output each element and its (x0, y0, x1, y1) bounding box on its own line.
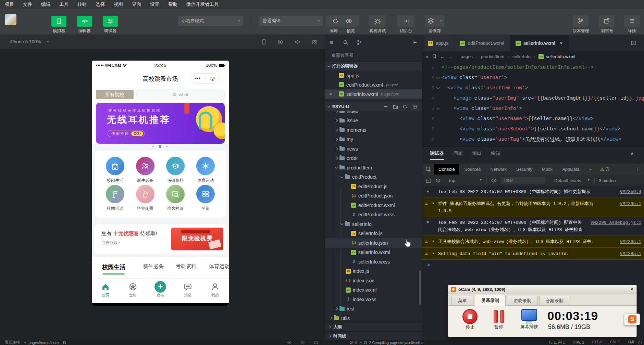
expand-icon[interactable] (433, 252, 434, 255)
outline-list-icon[interactable]: ≡ (330, 40, 333, 46)
status-item-1[interactable]: 空格: 2 (572, 340, 584, 345)
tree-item-sellerInfo.wxml[interactable]: <>sellerInfo.wxml (325, 248, 422, 257)
expand-icon[interactable] (433, 240, 434, 243)
back-icon[interactable]: ← (440, 54, 445, 59)
status-item-4[interactable]: XML (627, 340, 635, 345)
more-icon[interactable]: ⋮ (631, 164, 644, 175)
section-1[interactable]: 时间线 (325, 331, 422, 340)
capsule-menu-icon[interactable]: ••• (191, 74, 205, 83)
code-line[interactable]: 7 <view class='userSchool'>{{seller.scho… (422, 124, 644, 134)
tree-item-index.wxss[interactable]: 3index.wxss (325, 295, 422, 304)
open-editors-header[interactable]: 打开的编辑器 (325, 62, 422, 71)
copy-icon[interactable] (62, 341, 66, 344)
tree-item-index.js[interactable]: JSindex.js (325, 267, 422, 276)
status-item-3[interactable]: CRLF (610, 340, 620, 345)
record-icon[interactable] (277, 39, 283, 45)
category-新生必备[interactable]: 新生必备 (132, 157, 158, 183)
tree-item-sellerInfo.wxss[interactable]: 3sellerInfo.wxss (325, 257, 422, 267)
device-frame-icon[interactable] (261, 39, 267, 45)
panel-tab-终端[interactable]: 终端 (491, 150, 500, 159)
ocam-tab-音频录制[interactable]: 音频录制 (539, 296, 570, 305)
simulator-toggle-button[interactable] (51, 16, 66, 27)
live-expression-icon[interactable] (491, 178, 497, 183)
menu-item-4[interactable]: 转到 (77, 1, 87, 8)
context-select[interactable]: top▼ (449, 178, 482, 183)
mode-select[interactable]: 小程序模式▾ (178, 16, 243, 26)
breadcrumb-item[interactable]: sellerInfo (512, 54, 531, 59)
open-editor-row[interactable]: ×<>sellerInfo.wxmlpages\pro... (325, 89, 422, 99)
tree-item-productItem[interactable]: productItem (325, 163, 422, 172)
school-filter-button[interactable]: 所有院校 (96, 90, 134, 99)
window-icon[interactable] (314, 340, 318, 345)
expand-icon[interactable] (433, 202, 434, 205)
editor-toggle-button[interactable]: </> (77, 16, 92, 27)
tree-item-editProduct[interactable]: editProduct (325, 172, 422, 182)
detail-button[interactable] (624, 15, 640, 27)
menu-item-2[interactable]: 编辑 (41, 1, 50, 8)
ocam-minimize-button[interactable]: _ (622, 286, 625, 292)
new-file-icon[interactable] (383, 104, 388, 109)
tree-item-moments[interactable]: moments (325, 125, 422, 135)
filter-input[interactable]: Filter (501, 177, 545, 184)
inspect-icon[interactable] (426, 167, 431, 172)
search-icon[interactable] (343, 40, 348, 45)
editor-tab-editProduct.wxml[interactable]: <>editProduct.wxml (454, 35, 510, 51)
devtools-tab-Security[interactable]: Security (512, 164, 537, 175)
open-editor-row[interactable]: JSapp.js (325, 71, 422, 80)
forward-icon[interactable]: → (448, 54, 453, 59)
panel-tab-输出[interactable]: 输出 (472, 150, 482, 159)
breadcrumb-item[interactable]: pages (461, 54, 473, 59)
source-link[interactable]: VM2359:4 (620, 188, 641, 195)
tabbar-消息[interactable]: 消息 (177, 282, 199, 298)
capsule-close-icon[interactable]: ◎ (206, 74, 220, 83)
new-folder-icon[interactable] (393, 104, 398, 109)
content-tab-新生必备[interactable]: 新生必备 (143, 263, 164, 270)
collapse-icon[interactable] (426, 191, 429, 194)
menu-item-5[interactable]: 选择 (96, 1, 105, 8)
source-link[interactable]: VM2295:1 (620, 250, 641, 257)
screenshot-icon[interactable] (312, 39, 318, 45)
category-校园生活[interactable]: 校园生活 (102, 157, 128, 183)
mute-icon[interactable] (295, 39, 300, 45)
tree-item-test[interactable]: test (325, 304, 422, 314)
overflow-tabs-icon[interactable]: » (585, 164, 596, 175)
debugger-toggle-button[interactable] (103, 16, 118, 27)
ocam-title-bar[interactable]: oCam (4, 9, 1883, 1009) (448, 285, 636, 294)
fold-chevron-icon[interactable] (436, 106, 439, 110)
compile-button[interactable] (332, 18, 339, 24)
status-item-2[interactable]: UTF-8 (592, 340, 602, 345)
tree-item-editProduct.wxss[interactable]: 3editProduct.wxss (325, 210, 422, 220)
panel-tab-调试器[interactable]: 调试器 (430, 150, 444, 160)
console-prompt[interactable]: > (422, 260, 644, 268)
explorer-scrollbar[interactable] (419, 270, 421, 305)
devtools-tab-AppData[interactable]: AppData (558, 164, 584, 175)
category-体育运动[interactable]: 体育运动 (193, 157, 219, 183)
device-select[interactable]: iPhone 5 100%▾ (10, 39, 49, 44)
content-tab-考研资料[interactable]: 考研资料 (176, 263, 196, 270)
stop-button[interactable]: 停止 (460, 309, 480, 330)
category-毕业闲置[interactable]: 毕业闲置 (132, 185, 158, 212)
tree-item-sellerInfo[interactable]: sellerInfo (325, 219, 422, 229)
tree-item-my[interactable]: my (325, 135, 422, 144)
drag-handle[interactable] (626, 317, 627, 322)
wechat-capsule[interactable]: ••• ◎ (190, 73, 220, 84)
menu-item-9[interactable]: 帮助 (168, 1, 177, 8)
collapse-all-icon[interactable] (412, 104, 417, 109)
menu-item-1[interactable]: 文件 (23, 1, 32, 8)
source-control-icon[interactable] (357, 40, 362, 45)
tabbar-发布[interactable]: +发布 (149, 282, 171, 298)
preview-button[interactable] (346, 18, 352, 24)
category-全部[interactable]: 全部 (193, 185, 219, 212)
collapse-panel-icon[interactable] (412, 40, 418, 45)
tree-item-sellerInfo.js[interactable]: JSsellerInfo.js (325, 229, 422, 239)
console-group[interactable]: Tue Feb 08 2022 23:45:07 GMT+0800 (中国标准时… (422, 186, 644, 198)
console-group[interactable]: Tue Feb 08 2022 23:45:07 GMT+0800 (中国标准时… (422, 217, 644, 236)
collapse-chevron-icon[interactable]: ∧ (630, 151, 634, 156)
tabbar-我的[interactable]: 我的 (204, 282, 226, 298)
code-line[interactable]: 3 <view class='userItem row'> (422, 83, 644, 93)
collapse-icon[interactable] (426, 221, 429, 225)
code-line[interactable]: 4 <image class="userImg" src="{{baseUser… (422, 93, 644, 103)
source-link[interactable]: VM2299 asdebug.js:1 (591, 219, 641, 226)
category-考研资料[interactable]: 考研资料 (162, 157, 188, 183)
menu-item-8[interactable]: 设置 (150, 1, 159, 8)
